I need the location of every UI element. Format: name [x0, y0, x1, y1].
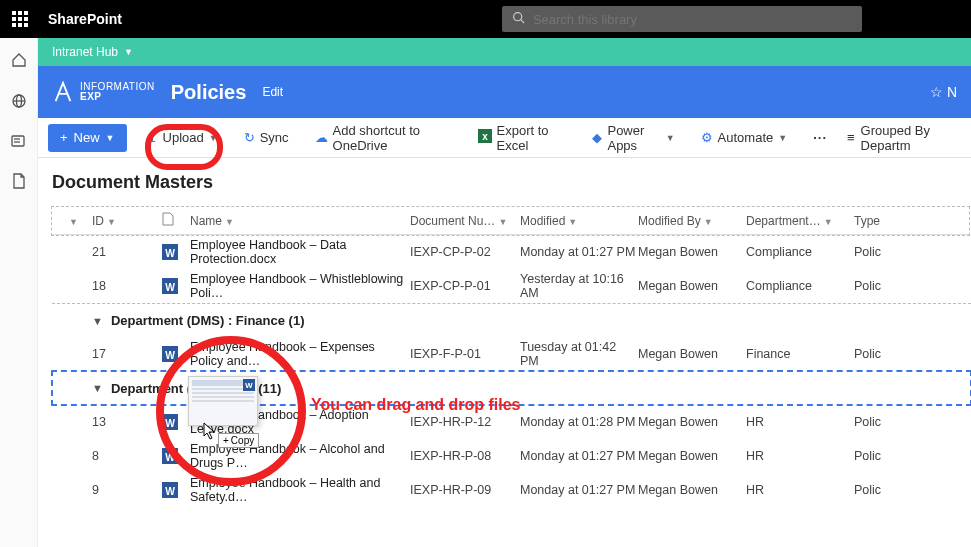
cell-name[interactable]: Employee Handbook – Data Protection.docx	[190, 238, 410, 266]
cell-icon: W	[162, 244, 190, 260]
cell-modifiedby[interactable]: Megan Bowen	[638, 245, 746, 259]
upload-button[interactable]: ↥ Upload ▼	[141, 126, 224, 149]
table-row[interactable]: 8WEmployee Handbook – Alcohol and Drugs …	[52, 439, 971, 473]
table-row[interactable]: 17WEmployee Handbook – Expenses Policy a…	[52, 337, 971, 371]
page-title: Policies	[171, 81, 247, 104]
plus-icon: +	[60, 130, 68, 145]
edit-link[interactable]: Edit	[262, 85, 283, 99]
group-header-hr[interactable]: ▼ Department (DMS) : HR (11)	[52, 371, 971, 405]
chevron-down-icon: ▼	[209, 133, 218, 143]
powerapps-button[interactable]: ◆ Power Apps ▼	[586, 119, 680, 157]
col-id[interactable]: ID▼	[92, 214, 162, 228]
expand-all[interactable]: ▼	[52, 214, 92, 228]
cell-icon: W	[162, 414, 190, 430]
logo-text: INFORMATION EXP	[80, 82, 155, 102]
chevron-down-icon: ▼	[124, 47, 133, 57]
cell-department: HR	[746, 415, 854, 429]
cell-name[interactable]: Employee Handbook – Adoption Leave.docx	[190, 408, 410, 436]
chevron-down-icon: ▼	[92, 382, 103, 394]
app-bar	[0, 38, 38, 547]
cell-icon: W	[162, 448, 190, 464]
cell-modifiedby[interactable]: Megan Bowen	[638, 279, 746, 293]
col-name[interactable]: Name▼	[190, 214, 410, 228]
cell-name[interactable]: Employee Handbook – Expenses Policy and…	[190, 340, 410, 368]
cell-name[interactable]: Employee Handbook – Health and Safety.d…	[190, 476, 410, 504]
svg-text:W: W	[165, 418, 175, 429]
group-icon: ≡	[847, 130, 855, 145]
hub-nav[interactable]: Intranet Hub ▼	[38, 38, 971, 66]
table-row[interactable]: 21WEmployee Handbook – Data Protection.d…	[52, 235, 971, 269]
svg-line-1	[521, 20, 524, 23]
cell-docnum: IEXP-HR-P-12	[410, 415, 520, 429]
cell-department: HR	[746, 483, 854, 497]
cell-department: Finance	[746, 347, 854, 361]
cell-modified: Monday at 01:27 PM	[520, 245, 638, 259]
cell-department: HR	[746, 449, 854, 463]
files-icon[interactable]	[12, 173, 26, 192]
app-title: SharePoint	[48, 11, 122, 27]
cell-modifiedby[interactable]: Megan Bowen	[638, 483, 746, 497]
cell-name[interactable]: Employee Handbook – Whistleblowing Poli…	[190, 272, 410, 300]
search-icon	[512, 11, 525, 27]
upload-icon: ↥	[147, 130, 158, 145]
automate-button[interactable]: ⚙ Automate ▼	[695, 126, 794, 149]
logo-icon	[52, 81, 74, 103]
svg-text:W: W	[165, 248, 175, 259]
cell-docnum: IEXP-CP-P-02	[410, 245, 520, 259]
table-row[interactable]: 9WEmployee Handbook – Health and Safety.…	[52, 473, 971, 507]
cell-department: Compliance	[746, 245, 854, 259]
site-logo[interactable]: INFORMATION EXP	[52, 81, 155, 103]
cell-type: Polic	[854, 449, 894, 463]
search-input[interactable]	[533, 12, 852, 27]
globe-icon[interactable]	[11, 93, 27, 112]
cell-modifiedby[interactable]: Megan Bowen	[638, 449, 746, 463]
add-shortcut-button[interactable]: ☁ Add shortcut to OneDrive	[309, 119, 458, 157]
home-icon[interactable]	[11, 52, 27, 71]
cell-docnum: IEXP-CP-P-01	[410, 279, 520, 293]
new-button[interactable]: + New ▼	[48, 124, 127, 152]
col-modifiedby[interactable]: Modified By▼	[638, 214, 746, 228]
cell-id: 17	[92, 347, 162, 361]
cell-type: Polic	[854, 483, 894, 497]
more-button[interactable]: ···	[807, 126, 833, 149]
col-modified[interactable]: Modified▼	[520, 214, 638, 228]
site-header: INFORMATION EXP Policies Edit ☆ N	[38, 66, 971, 118]
cell-type: Polic	[854, 415, 894, 429]
cell-modified: Monday at 01:28 PM	[520, 415, 638, 429]
automate-icon: ⚙	[701, 130, 713, 145]
library-title: Document Masters	[52, 172, 971, 193]
chevron-down-icon: ▼	[106, 133, 115, 143]
chevron-down-icon: ▼	[666, 133, 675, 143]
group-header-finance[interactable]: ▼ Department (DMS) : Finance (1)	[52, 303, 971, 337]
sync-icon: ↻	[244, 130, 255, 145]
word-icon: W	[162, 244, 178, 260]
sync-button[interactable]: ↻ Sync	[238, 126, 295, 149]
col-type[interactable]: Type	[854, 214, 894, 228]
table-row[interactable]: 18WEmployee Handbook – Whistleblowing Po…	[52, 269, 971, 303]
cell-type: Polic	[854, 347, 894, 361]
cell-name[interactable]: Employee Handbook – Alcohol and Drugs P…	[190, 442, 410, 470]
cell-modified: Monday at 01:27 PM	[520, 449, 638, 463]
table-header: ▼ ID▼ Name▼ Document Nu…▼ Modified▼ Modi…	[52, 207, 969, 235]
search-box[interactable]	[502, 6, 862, 32]
col-filetype[interactable]	[162, 212, 190, 229]
table-row[interactable]: 13WEmployee Handbook – Adoption Leave.do…	[52, 405, 971, 439]
view-groupby[interactable]: ≡ Grouped By Departm	[847, 123, 961, 153]
cell-type: Polic	[854, 279, 894, 293]
col-department[interactable]: Department…▼	[746, 214, 854, 228]
document-table: ▼ ID▼ Name▼ Document Nu…▼ Modified▼ Modi…	[52, 207, 971, 507]
news-icon[interactable]	[11, 134, 27, 151]
app-launcher-icon[interactable]	[12, 11, 28, 27]
word-icon: W	[162, 278, 178, 294]
cell-modified: Monday at 01:27 PM	[520, 483, 638, 497]
svg-text:W: W	[165, 350, 175, 361]
cell-modifiedby[interactable]: Megan Bowen	[638, 347, 746, 361]
cell-docnum: IEXP-HR-P-08	[410, 449, 520, 463]
cell-id: 8	[92, 449, 162, 463]
follow-button[interactable]: ☆ N	[930, 84, 957, 100]
cell-modifiedby[interactable]: Megan Bowen	[638, 415, 746, 429]
col-docnum[interactable]: Document Nu…▼	[410, 214, 520, 228]
export-excel-button[interactable]: x Export to Excel	[472, 119, 573, 157]
svg-text:x: x	[482, 131, 488, 142]
word-icon: W	[162, 482, 178, 498]
